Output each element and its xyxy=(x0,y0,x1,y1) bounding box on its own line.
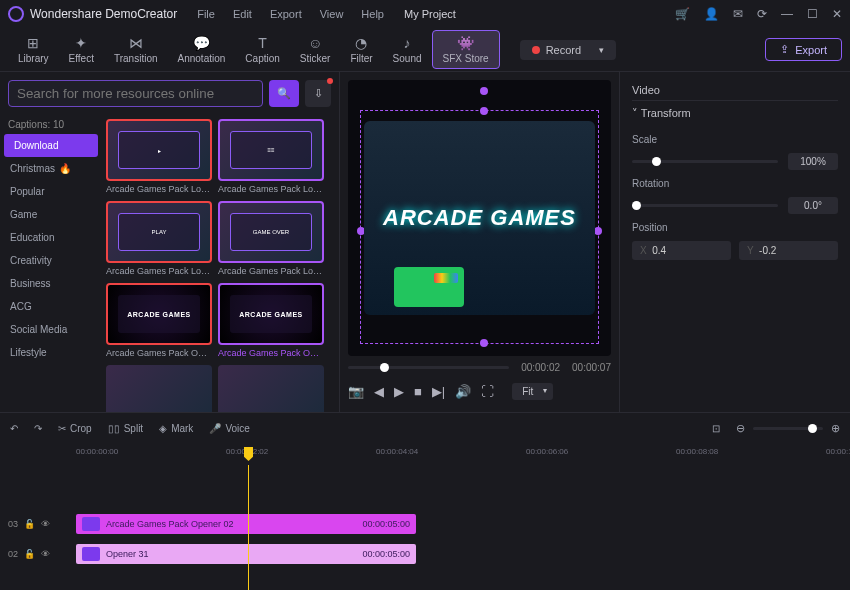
undo-button[interactable]: ↶ xyxy=(10,423,18,434)
menu-edit[interactable]: Edit xyxy=(233,8,252,20)
resize-handle[interactable] xyxy=(480,339,488,347)
rotation-value[interactable]: 0.0° xyxy=(788,197,838,214)
ruler-tick: 00:00:06:06 xyxy=(526,447,568,456)
next-button[interactable]: ▶| xyxy=(432,384,445,399)
snapshot-button[interactable]: 📷 xyxy=(348,384,364,399)
rotation-slider[interactable] xyxy=(632,204,778,207)
asset-card[interactable]: ▸Arcade Games Pack Low... xyxy=(106,119,212,197)
cat-christmas[interactable]: Christmas🔥 xyxy=(0,157,102,180)
record-button[interactable]: Record▾ xyxy=(520,40,616,60)
menu-help[interactable]: Help xyxy=(361,8,384,20)
asset-card[interactable] xyxy=(218,365,324,412)
app-logo xyxy=(8,6,24,22)
download-button[interactable]: ⇩ xyxy=(305,80,331,107)
scrubber[interactable] xyxy=(348,366,509,369)
resize-handle[interactable] xyxy=(480,107,488,115)
asset-card[interactable]: PLAYArcade Games Pack Low... xyxy=(106,201,212,279)
eye-icon[interactable]: 👁 xyxy=(41,549,50,559)
section-transform[interactable]: ˅ Transform xyxy=(632,101,838,126)
tool-library[interactable]: ⊞Library xyxy=(8,35,59,64)
search-input[interactable] xyxy=(8,80,263,107)
zoom-out-button[interactable]: ⊖ xyxy=(736,422,745,435)
menu-view[interactable]: View xyxy=(320,8,344,20)
fullscreen-button[interactable]: ⛶ xyxy=(481,384,494,399)
asset-card[interactable]: ARCADE GAMESArcade Games Pack Ope... xyxy=(218,283,324,361)
resize-handle[interactable] xyxy=(594,227,602,235)
user-icon[interactable]: 👤 xyxy=(704,7,719,21)
adjust-button[interactable]: ⊡ xyxy=(712,423,720,434)
search-button[interactable]: 🔍 xyxy=(269,80,299,107)
cat-game[interactable]: Game xyxy=(0,203,102,226)
zoom-in-button[interactable]: ⊕ xyxy=(831,422,840,435)
tool-annotation[interactable]: 💬Annotation xyxy=(168,35,236,64)
asset-card[interactable]: ARCADE GAMESArcade Games Pack Ope... xyxy=(106,283,212,361)
cat-acg[interactable]: ACG xyxy=(0,295,102,318)
timeline-ruler[interactable]: 00:00:00:00 00:00:02:02 00:00:04:04 00:0… xyxy=(76,443,850,465)
cat-business[interactable]: Business xyxy=(0,272,102,295)
asset-card[interactable]: ≡≡Arcade Games Pack Low... xyxy=(218,119,324,197)
cat-download[interactable]: Download xyxy=(4,134,98,157)
time-current: 00:00:02 xyxy=(521,362,560,373)
clip-opener31[interactable]: Opener 3100:00:05:00 xyxy=(76,544,416,564)
tool-caption[interactable]: TCaption xyxy=(235,35,289,64)
asset-grid: ▸Arcade Games Pack Low... ≡≡Arcade Games… xyxy=(102,115,339,412)
ruler-tick: 00:00:10:10 xyxy=(826,447,850,456)
stop-button[interactable]: ■ xyxy=(414,384,422,399)
tracks-area[interactable]: 03🔓👁 Arcade Games Pack Opener 0200:00:05… xyxy=(0,465,850,590)
scale-slider[interactable] xyxy=(632,160,778,163)
export-button[interactable]: ⇪Export xyxy=(765,38,842,61)
preview-canvas[interactable]: ARCADE GAMES xyxy=(348,80,611,356)
asset-card[interactable]: GAME OVERArcade Games Pack Low... xyxy=(218,201,324,279)
close-icon[interactable]: ✕ xyxy=(832,7,842,21)
playhead[interactable] xyxy=(248,465,249,590)
maximize-icon[interactable]: ☐ xyxy=(807,7,818,21)
cat-creativity[interactable]: Creativity xyxy=(0,249,102,272)
lock-icon[interactable]: 🔓 xyxy=(24,519,35,529)
cat-social[interactable]: Social Media xyxy=(0,318,102,341)
ruler-tick: 00:00:08:08 xyxy=(676,447,718,456)
crop-button[interactable]: ✂ Crop xyxy=(58,423,92,434)
voice-button[interactable]: 🎤 Voice xyxy=(209,423,249,434)
cat-lifestyle[interactable]: Lifestyle xyxy=(0,341,102,364)
cat-education[interactable]: Education xyxy=(0,226,102,249)
track-num: 03 xyxy=(8,519,18,529)
play-button[interactable]: ▶ xyxy=(394,384,404,399)
scale-value[interactable]: 100% xyxy=(788,153,838,170)
help-icon[interactable]: ⟳ xyxy=(757,7,767,21)
cart-icon[interactable]: 🛒 xyxy=(675,7,690,21)
clip-arcade-opener[interactable]: Arcade Games Pack Opener 0200:00:05:00 xyxy=(76,514,416,534)
rotate-handle[interactable] xyxy=(480,87,488,95)
zoom-slider[interactable] xyxy=(753,427,823,430)
redo-button[interactable]: ↷ xyxy=(34,423,42,434)
menu-file[interactable]: File xyxy=(197,8,215,20)
tool-sound[interactable]: ♪Sound xyxy=(383,35,432,64)
pos-y-input[interactable]: Y -0.2 xyxy=(739,241,838,260)
fit-select[interactable]: Fit xyxy=(512,383,553,400)
controller-graphic xyxy=(394,267,464,307)
lock-icon[interactable]: 🔓 xyxy=(24,549,35,559)
tool-sfx-store[interactable]: 👾SFX Store xyxy=(432,30,500,69)
volume-button[interactable]: 🔊 xyxy=(455,384,471,399)
eye-icon[interactable]: 👁 xyxy=(41,519,50,529)
minimize-icon[interactable]: — xyxy=(781,7,793,21)
pos-x-input[interactable]: X 0.4 xyxy=(632,241,731,260)
filter-icon: ◔ xyxy=(355,35,367,51)
prev-button[interactable]: ◀ xyxy=(374,384,384,399)
tool-effect[interactable]: ✦Effect xyxy=(59,35,104,64)
notify-dot-icon xyxy=(327,78,333,84)
split-button[interactable]: ▯▯ Split xyxy=(108,423,143,434)
fire-icon: 🔥 xyxy=(59,163,71,174)
mark-button[interactable]: ◈ Mark xyxy=(159,423,193,434)
cat-popular[interactable]: Popular xyxy=(0,180,102,203)
tool-sticker[interactable]: ☺Sticker xyxy=(290,35,341,64)
library-icon: ⊞ xyxy=(27,35,39,51)
tool-filter[interactable]: ◔Filter xyxy=(340,35,382,64)
tool-transition[interactable]: ⋈Transition xyxy=(104,35,168,64)
sound-icon: ♪ xyxy=(404,35,411,51)
mail-icon[interactable]: ✉ xyxy=(733,7,743,21)
props-tab-video[interactable]: Video xyxy=(632,80,838,101)
search-icon: 🔍 xyxy=(277,87,291,100)
chevron-down-icon: ▾ xyxy=(599,45,604,55)
asset-card[interactable] xyxy=(106,365,212,412)
menu-export[interactable]: Export xyxy=(270,8,302,20)
